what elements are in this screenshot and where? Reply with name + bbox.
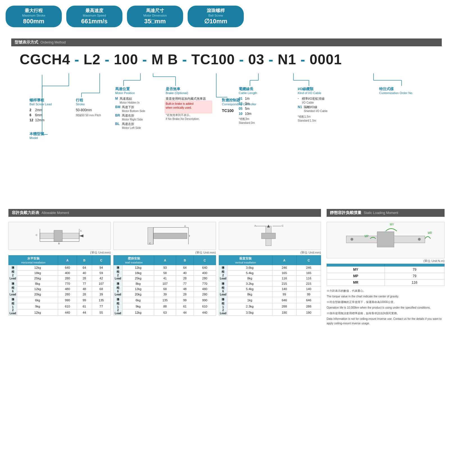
horiz-col-c: C [92, 256, 111, 265]
load-cell: 12kg [122, 309, 154, 316]
load-cell: 12kg [17, 286, 58, 292]
col-b-cell: 28 [77, 292, 92, 297]
svg-text:垂直使用時追加內藏式煞車器: 垂直使用時追加內藏式煞車器 [166, 97, 206, 100]
table-row: 導程6Lead8kg77077107 [9, 281, 111, 286]
stat-max-stroke: 最大行程 Maximum Stroke 800mm [6, 6, 62, 27]
stat-speed-zh: 最高速度 [85, 8, 103, 14]
code-100: 100 [114, 52, 138, 67]
col-b-cell: 61 [176, 303, 194, 309]
col-c-cell: 99 [297, 292, 321, 297]
svg-text:Motor Hidden In: Motor Hidden In [120, 101, 140, 104]
stat-speed-en: Maximum Speed [83, 14, 106, 17]
table-row: 20kg3928280 [114, 292, 216, 297]
load-cell: 12kg [122, 286, 154, 292]
col-b-cell: 64 [176, 265, 194, 270]
col-a-cell: 41 [154, 276, 176, 281]
lead-cell: 導程12Lead [9, 297, 17, 316]
static-note: The torque value in the chart indicate t… [327, 294, 445, 299]
col-c-cell: 440 [194, 309, 216, 316]
code-n1: N1 [278, 52, 296, 67]
vertical-table: 垂直安裝 Vertical Installation A C 導程2Lead3.… [219, 255, 321, 316]
vert-install-header: 垂直安裝 Vertical Installation [219, 256, 272, 265]
static-moment-header: 靜態容許負載慣量 Static Loading Moment [327, 209, 445, 217]
svg-text:C: C [149, 242, 151, 245]
wall-block: A B C (單位 Unit:mm) 壁掛安裝 Wall Installatio… [113, 222, 216, 316]
allowable-moment-header: 容許負載力距表 Allowable Moment [8, 209, 321, 217]
table-row: 18kg5840400 [114, 270, 216, 276]
mp-label-zh: 馬達位置 [115, 87, 130, 91]
stat-ball-screw: 滾珠螺桿 Ball Screw ∅10mm [188, 6, 244, 27]
col-c-cell: 55 [92, 309, 111, 316]
svg-text:*標配1.5m: *標配1.5m [298, 115, 311, 118]
static-table-row: MR116 [327, 279, 445, 286]
svg-text:Motor Left Side: Motor Left Side [122, 126, 141, 129]
load-cell: 6kg [17, 297, 58, 303]
col-a-cell: 246 [272, 265, 297, 270]
table-row: 導程2Lead12kg6406494 [9, 265, 111, 270]
svg-rect-79 [148, 227, 153, 244]
load-cell: 3.6kg [227, 265, 272, 270]
wall-col-a: A [154, 256, 176, 265]
table-row: 導程6Lead3.2kg215215 [219, 281, 321, 286]
col-a-cell: 135 [154, 297, 176, 303]
svg-text:TC100: TC100 [222, 108, 234, 113]
static-table-row: MY79 [327, 267, 445, 273]
svg-text:MP: MP [365, 235, 369, 238]
col-a-cell: 770 [58, 281, 77, 286]
horizontal-diagram: A B C [8, 222, 111, 250]
col-c-cell: 42 [92, 276, 111, 281]
horiz-install-header: 水平安裝 Horizontal Installation [9, 256, 58, 265]
col-a-cell: 88 [154, 303, 176, 309]
svg-text:B: B [58, 242, 60, 245]
static-title-en: Static Loading Moment [364, 211, 398, 215]
allowable-title-en: Allowable Moment [42, 211, 69, 215]
code-tc100: TC100 [191, 52, 235, 67]
svg-text:1m: 1m [245, 97, 250, 101]
col-b-cell: 28 [176, 276, 194, 281]
col-a-cell: 646 [272, 297, 297, 303]
svg-text:C: C [36, 234, 38, 236]
col-b-cell: 77 [77, 281, 92, 286]
brake-label-zh: 是否煞車 [166, 87, 181, 91]
col-b-cell: 40 [176, 270, 194, 276]
table-row: 導程2Lead3.6kg246246 [219, 265, 321, 270]
svg-text:05: 05 [239, 107, 243, 111]
horiz-col-b: B [77, 256, 92, 265]
lead-cell: 導程6Lead [219, 281, 227, 297]
svg-text:50-800mm: 50-800mm [76, 108, 92, 112]
wall-diagram-svg: A B C [139, 223, 190, 249]
static-label-cell: MR [327, 279, 385, 286]
svg-text:A: A [254, 224, 256, 227]
horizontal-unit: (單位 Unit:mm) [8, 250, 111, 255]
stroke-label-en: Stroke [76, 103, 85, 106]
svg-text:B: B [189, 234, 190, 237]
col-a-cell: 990 [58, 297, 77, 303]
col-c-cell: 640 [194, 265, 216, 270]
static-label-cell: MY [327, 267, 385, 273]
col-c-cell: 165 [297, 270, 321, 276]
code-cgch4: CGCH4 [20, 52, 70, 67]
static-diagram: MY MP MR [327, 222, 445, 258]
lead-cell: 導程6Lead [9, 281, 17, 297]
code-03: 03 [248, 52, 265, 67]
ctrl-label-zh: 對應控制器 [222, 98, 240, 102]
col-a-cell: 440 [58, 309, 77, 316]
vert-unit: (單位 Unit:mm) [219, 250, 321, 255]
allowable-moment-block: 容許負載力距表 Allowable Moment A B C [8, 209, 321, 327]
dash7: - [296, 52, 309, 67]
stat-motordim-en: Motor Dimension [143, 14, 167, 17]
svg-text:when vertically used.: when vertically used. [165, 106, 192, 109]
horiz-col-a: A [58, 256, 77, 265]
svg-rect-95 [377, 232, 394, 247]
svg-text:*若無煞車則不表示。: *若無煞車則不表示。 [166, 113, 192, 117]
col-a-cell: 165 [272, 270, 297, 276]
vertical-diagram-svg: A C [253, 223, 287, 249]
svg-text:馬達下折: 馬達下折 [122, 105, 134, 109]
load-cell: 1kg [227, 297, 272, 303]
ordering-title-zh: 型號表示方式 [15, 40, 38, 45]
static-diagram-svg: MY MP MR [335, 223, 436, 257]
table-row: 2.3kg288288 [219, 303, 321, 309]
load-cell: 9kg [17, 303, 58, 309]
wall-install-header: 壁掛安裝 Wall Installation [114, 256, 154, 265]
lead-cell: 導程12Lead [114, 297, 122, 316]
